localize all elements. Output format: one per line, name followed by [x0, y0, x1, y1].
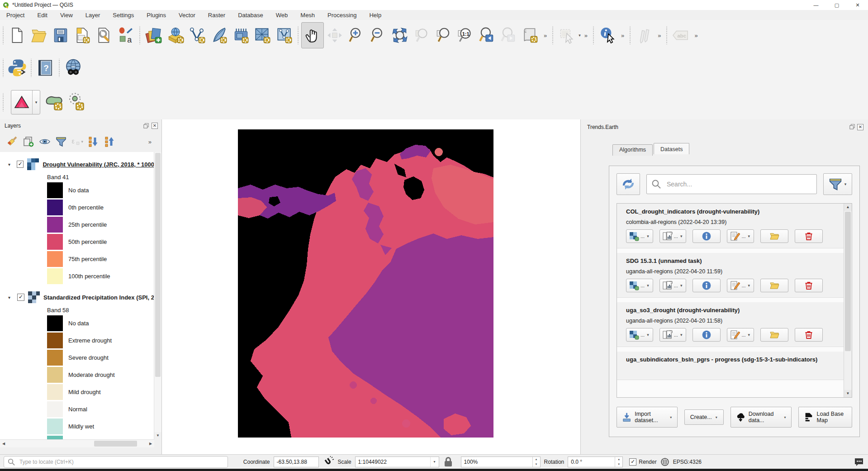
- toolbar-grip[interactable]: [550, 26, 555, 44]
- legend-item[interactable]: 25th percentile: [47, 217, 154, 233]
- scroll-down-icon[interactable]: ▼: [844, 390, 852, 397]
- toolbar-overflow[interactable]: »: [541, 32, 550, 39]
- zoom-native-button[interactable]: 1:1: [454, 23, 476, 48]
- legend-item[interactable]: 100th percentile: [47, 268, 154, 284]
- layer-row-spi[interactable]: ▾ ✓ Standardized Precipitation Index (SP…: [0, 291, 154, 303]
- float-panel-icon[interactable]: [143, 123, 149, 128]
- show-layout-manager-button[interactable]: [93, 23, 115, 48]
- toolbar-grip[interactable]: [1, 26, 5, 44]
- open-report-button[interactable]: ...▾: [659, 229, 687, 243]
- menu-processing[interactable]: Processing: [321, 11, 363, 19]
- legend-item[interactable]: Mildly wet: [47, 419, 154, 434]
- dropdown-icon[interactable]: ▾: [646, 234, 650, 238]
- trends-earth-dropdown[interactable]: ▾: [33, 90, 40, 114]
- digitize-button[interactable]: [633, 23, 655, 48]
- lock-scale-icon[interactable]: [443, 456, 454, 468]
- download-data-button[interactable]: Download data...▾: [730, 407, 792, 428]
- expander-icon[interactable]: ▾: [8, 295, 14, 300]
- legend-item[interactable]: [47, 436, 154, 439]
- save-project-button[interactable]: [50, 23, 71, 48]
- menu-settings[interactable]: Settings: [106, 11, 140, 19]
- toolbar-grip[interactable]: [591, 26, 596, 44]
- layers-horizontal-scrollbar[interactable]: ◀ ▶: [0, 439, 154, 447]
- zoom-next-button[interactable]: [498, 23, 519, 48]
- dataset-info-button[interactable]: [693, 279, 721, 292]
- toolbar-overflow[interactable]: »: [582, 32, 590, 39]
- manage-map-themes-icon[interactable]: [38, 135, 52, 148]
- add-layers-button[interactable]: ...▾: [626, 229, 653, 243]
- dropdown-icon[interactable]: ▾: [646, 333, 650, 337]
- delete-dataset-button[interactable]: [795, 229, 823, 243]
- scale-combo[interactable]: 1:10449022▾: [355, 457, 439, 467]
- pan-map-button[interactable]: [301, 22, 324, 48]
- menu-raster[interactable]: Raster: [202, 11, 232, 19]
- dataset-row[interactable]: COL_drought_indicators (drought-vulnerab…: [617, 204, 844, 248]
- locator-input[interactable]: [19, 458, 224, 466]
- toolbar-overflow[interactable]: »: [655, 32, 664, 39]
- dropdown-icon[interactable]: ▾: [669, 415, 673, 419]
- open-data-source-manager-button[interactable]: [143, 23, 165, 48]
- select-features-button[interactable]: [556, 23, 578, 48]
- legend-item[interactable]: Extreme drought: [47, 333, 154, 348]
- open-report-button[interactable]: ...▾: [659, 328, 687, 342]
- add-raster-layer-button[interactable]: [251, 23, 273, 48]
- scroll-right-icon[interactable]: ▶: [147, 442, 154, 446]
- trends-earth-tool[interactable]: ▾: [11, 90, 40, 114]
- edit-metadata-button[interactable]: ...▾: [727, 229, 754, 243]
- menu-view[interactable]: View: [54, 11, 79, 19]
- dataset-row[interactable]: uga_so3_drought (drought-vulnerability) …: [617, 302, 844, 347]
- dropdown-icon[interactable]: ▾: [646, 283, 650, 288]
- python-console-button[interactable]: [6, 53, 28, 82]
- crs-value[interactable]: EPSG:4326: [673, 459, 702, 465]
- pan-to-selection-button[interactable]: [324, 23, 346, 48]
- menu-project[interactable]: Project: [0, 11, 31, 19]
- load-base-map-button[interactable]: Load Base Map: [798, 407, 852, 428]
- scrollbar-thumb[interactable]: [155, 153, 161, 377]
- legend-item[interactable]: Mild drought: [47, 384, 154, 400]
- filter-dropdown-icon[interactable]: ▾: [844, 182, 848, 186]
- add-mesh-layer-button[interactable]: [230, 23, 251, 48]
- scroll-up-icon[interactable]: ▲: [844, 204, 852, 211]
- expander-icon[interactable]: ▾: [8, 162, 13, 167]
- import-dataset-button[interactable]: Import dataset...▾: [617, 407, 678, 428]
- spin-up-icon[interactable]: ▲: [533, 457, 540, 462]
- menu-help[interactable]: Help: [363, 11, 388, 19]
- rotation-spinbox[interactable]: 0.0 °▲▼: [568, 457, 623, 467]
- processing-green-alg-button[interactable]: [44, 88, 66, 117]
- spin-down-icon[interactable]: ▼: [615, 462, 622, 467]
- legend-item[interactable]: No data: [47, 182, 154, 198]
- dropdown-icon[interactable]: ▾: [679, 333, 683, 337]
- toolbar-grip[interactable]: [296, 26, 300, 44]
- dropdown-icon[interactable]: ▾: [747, 283, 751, 288]
- menu-mesh[interactable]: Mesh: [294, 11, 321, 19]
- toolbar-grip[interactable]: [29, 59, 33, 77]
- scroll-down-icon[interactable]: ▼: [154, 432, 161, 439]
- render-checkbox[interactable]: ✓: [629, 458, 636, 466]
- messages-bubble-icon[interactable]: [854, 457, 864, 467]
- scrollbar-track[interactable]: [7, 440, 147, 447]
- open-project-button[interactable]: [28, 23, 50, 48]
- add-group-icon[interactable]: [22, 135, 35, 148]
- dropdown-icon[interactable]: ▾: [783, 415, 787, 419]
- close-panel-icon[interactable]: ✕: [857, 124, 863, 130]
- zoom-full-button[interactable]: [389, 23, 411, 48]
- identify-features-button[interactable]: [597, 23, 618, 48]
- minimize-button[interactable]: —: [806, 0, 826, 10]
- help-contents-button[interactable]: ?: [34, 53, 56, 82]
- dataset-row[interactable]: SDG 15.3.1 (unnamed task) uganda-all-reg…: [617, 253, 844, 298]
- dataset-info-button[interactable]: [693, 229, 721, 243]
- menu-plugins[interactable]: Plugins: [140, 11, 172, 19]
- close-button[interactable]: ✕: [847, 0, 868, 10]
- open-report-button[interactable]: ...▾: [659, 279, 687, 292]
- maximize-button[interactable]: ▢: [826, 0, 847, 10]
- toolbar-overflow[interactable]: »: [618, 32, 627, 39]
- dropdown-icon[interactable]: ▾: [679, 234, 683, 238]
- datasets-vertical-scrollbar[interactable]: ▲ ▼: [844, 204, 852, 397]
- toolbar-overflow[interactable]: »: [692, 32, 700, 39]
- dataset-row[interactable]: uga_subindicators_bsln_pgrs - progress (…: [617, 352, 844, 380]
- toolbar-grip[interactable]: [138, 26, 142, 44]
- add-layers-button[interactable]: ...▾: [626, 328, 653, 342]
- menu-database[interactable]: Database: [232, 11, 270, 19]
- spin-up-icon[interactable]: ▲: [615, 457, 622, 462]
- zoom-last-button[interactable]: [476, 23, 498, 48]
